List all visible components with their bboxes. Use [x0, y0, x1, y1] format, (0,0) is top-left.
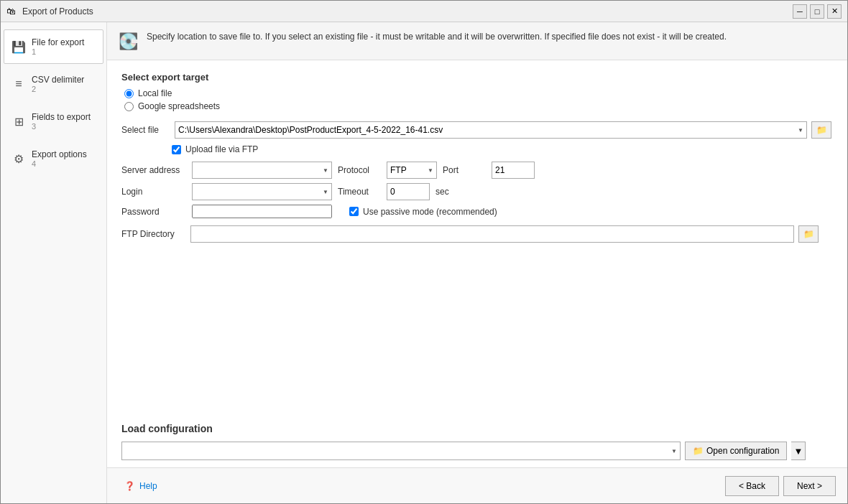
passive-checkbox-row: Use passive mode (recommended) — [349, 207, 497, 217]
protocol-select[interactable]: FTP SFTP FTPS — [387, 162, 437, 179]
app-icon: 🛍 — [6, 6, 18, 17]
ftp-grid: Server address Protocol FTP SFTP FTPS — [121, 162, 833, 243]
csv-icon: ≡ — [11, 78, 26, 90]
radio-google[interactable] — [124, 102, 134, 111]
select-file-row: Select file C:\Users\Alexandra\Desktop\P… — [121, 121, 833, 139]
protocol-label: Protocol — [338, 165, 381, 175]
window-title: Export of Products — [22, 6, 93, 17]
ftp-dir-browse-button[interactable]: 📁 — [798, 225, 819, 243]
nav-buttons: < Back Next > — [725, 476, 836, 496]
server-address-label: Server address — [121, 165, 186, 175]
file-path-wrapper: C:\Users\Alexandra\Desktop\PostProductEx… — [175, 121, 807, 139]
folder-icon: 📁 — [693, 446, 704, 456]
ftp-directory-label: FTP Directory — [121, 229, 186, 239]
minimize-button[interactable]: ─ — [793, 4, 807, 19]
sidebar-number-1: 1 — [32, 47, 84, 56]
radio-google-item[interactable]: Google spreadsheets — [124, 101, 833, 111]
info-text: Specify location to save file to. If you… — [147, 31, 727, 43]
help-label: Help — [139, 481, 157, 491]
login-label: Login — [121, 187, 186, 197]
next-button[interactable]: Next > — [783, 476, 836, 496]
radio-local-file-item[interactable]: Local file — [124, 88, 833, 98]
upload-ftp-checkbox[interactable] — [172, 145, 181, 154]
sidebar-label-3: Fields to export — [32, 112, 91, 122]
info-icon: 💽 — [119, 32, 138, 51]
radio-group: Local file Google spreadsheets — [124, 88, 833, 111]
sidebar-number-3: 3 — [32, 122, 91, 131]
sidebar-item-csv-delimiter[interactable]: ≡ CSV delimiter 2 — [4, 67, 103, 101]
sidebar-label-1: File for export — [32, 37, 84, 47]
select-file-label: Select file — [121, 125, 170, 135]
ftp-directory-input[interactable] — [190, 225, 794, 243]
sidebar-number-2: 2 — [32, 85, 84, 93]
server-address-wrapper — [192, 162, 332, 179]
back-button[interactable]: < Back — [725, 476, 779, 496]
open-config-dropdown[interactable]: ▼ — [791, 442, 806, 460]
sidebar-item-content-4: Export options 4 — [32, 149, 87, 168]
open-config-label: Open configuration — [706, 446, 779, 456]
options-icon: ⚙ — [11, 152, 26, 166]
help-icon: ❓ — [124, 481, 135, 491]
server-address-row: Server address Protocol FTP SFTP FTPS — [121, 162, 833, 179]
browse-button[interactable]: 📁 — [811, 121, 831, 139]
sidebar-label-4: Export options — [32, 149, 87, 159]
login-select[interactable] — [192, 183, 332, 200]
sidebar-item-export-options[interactable]: ⚙ Export options 4 — [4, 141, 103, 176]
main-content: 💾 File for export 1 ≡ CSV delimiter 2 ⊞ … — [1, 22, 847, 503]
port-input[interactable] — [492, 162, 535, 179]
upload-ftp-label: Upload file via FTP — [185, 144, 258, 154]
close-button[interactable]: ✕ — [827, 4, 842, 19]
password-input[interactable] — [192, 205, 332, 218]
main-window: 🛍 Export of Products ─ □ ✕ 💾 File for ex… — [0, 0, 848, 504]
maximize-button[interactable]: □ — [810, 4, 824, 19]
sidebar: 💾 File for export 1 ≡ CSV delimiter 2 ⊞ … — [1, 22, 107, 503]
right-panel: 💽 Specify location to save file to. If y… — [107, 22, 847, 503]
server-address-input[interactable] — [192, 162, 332, 179]
title-bar-buttons: ─ □ ✕ — [793, 4, 842, 19]
form-area: Select export target Local file Google s… — [107, 60, 847, 411]
load-config-section: Load configuration 📁 Open configuration … — [107, 411, 847, 467]
sidebar-item-content-1: File for export 1 — [32, 37, 84, 56]
passive-mode-checkbox[interactable] — [349, 207, 359, 216]
sidebar-number-4: 4 — [32, 159, 87, 168]
config-select-wrapper — [121, 442, 681, 460]
config-select[interactable] — [121, 442, 681, 460]
select-export-target-label: Select export target — [121, 72, 833, 83]
password-row: Password Use passive mode (recommended) — [121, 205, 833, 218]
login-wrapper — [192, 183, 332, 200]
sidebar-item-fields-to-export[interactable]: ⊞ Fields to export 3 — [4, 104, 103, 139]
file-export-icon: 💾 — [11, 40, 26, 54]
upload-ftp-row: Upload file via FTP — [172, 144, 833, 154]
sidebar-label-2: CSV delimiter — [32, 75, 84, 85]
fields-icon: ⊞ — [11, 115, 26, 129]
password-label: Password — [121, 207, 186, 217]
footer: ❓ Help < Back Next > — [107, 467, 847, 503]
info-bar: 💽 Specify location to save file to. If y… — [107, 22, 847, 60]
radio-google-label: Google spreadsheets — [138, 101, 220, 111]
title-bar: 🛍 Export of Products ─ □ ✕ — [1, 1, 847, 22]
load-config-row: 📁 Open configuration ▼ — [121, 442, 833, 460]
load-config-title: Load configuration — [121, 423, 833, 434]
passive-mode-label: Use passive mode (recommended) — [363, 207, 497, 217]
port-label: Port — [443, 165, 486, 175]
protocol-wrapper: FTP SFTP FTPS — [387, 162, 437, 179]
ftp-directory-row: FTP Directory 📁 — [121, 225, 833, 243]
file-path-select[interactable]: C:\Users\Alexandra\Desktop\PostProductEx… — [175, 121, 807, 139]
login-row: Login Timeout sec — [121, 183, 833, 200]
sec-label: sec — [435, 187, 449, 197]
timeout-input[interactable] — [387, 183, 430, 200]
open-config-button[interactable]: 📁 Open configuration — [685, 442, 787, 460]
timeout-label: Timeout — [338, 187, 381, 197]
sidebar-item-content-3: Fields to export 3 — [32, 112, 91, 131]
radio-local-file[interactable] — [124, 89, 134, 98]
title-bar-left: 🛍 Export of Products — [6, 6, 93, 17]
radio-local-file-label: Local file — [138, 88, 172, 98]
sidebar-item-content-2: CSV delimiter 2 — [32, 75, 84, 93]
help-button[interactable]: ❓ Help — [119, 478, 163, 494]
sidebar-item-file-for-export[interactable]: 💾 File for export 1 — [4, 29, 103, 64]
